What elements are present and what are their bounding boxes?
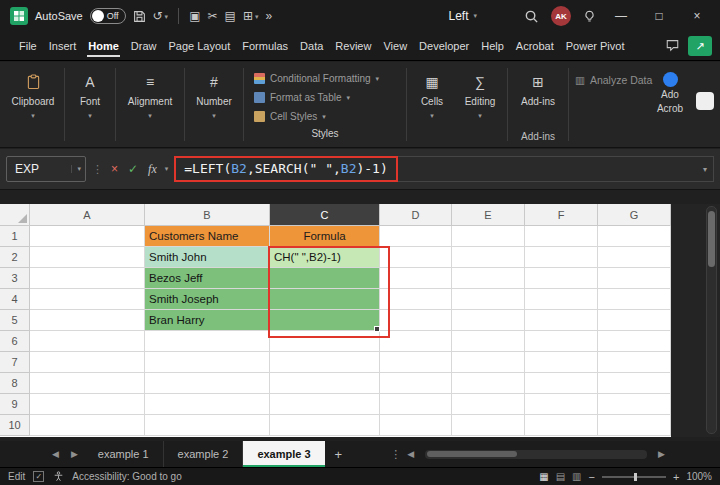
- column-header-d[interactable]: D: [380, 204, 452, 226]
- cell-B7[interactable]: [145, 352, 270, 373]
- cell-E10[interactable]: [452, 415, 525, 436]
- lightbulb-icon[interactable]: [583, 10, 596, 23]
- zoom-slider[interactable]: [602, 476, 666, 478]
- cell-G5[interactable]: [598, 310, 671, 331]
- new-sheet-button[interactable]: +: [325, 447, 353, 462]
- font-group-button[interactable]: A Font ▾: [67, 64, 113, 145]
- zoom-out-button[interactable]: −: [589, 471, 595, 483]
- cell-G6[interactable]: [598, 331, 671, 352]
- cell-D10[interactable]: [380, 415, 452, 436]
- row-header-4[interactable]: 4: [0, 289, 30, 310]
- cell-F9[interactable]: [525, 394, 598, 415]
- close-button[interactable]: ×: [684, 9, 710, 23]
- horizontal-scrollbar[interactable]: [425, 450, 647, 459]
- column-header-g[interactable]: G: [598, 204, 671, 226]
- cell-D5[interactable]: [380, 310, 452, 331]
- cell-F10[interactable]: [525, 415, 598, 436]
- accessibility-status[interactable]: Accessibility: Good to go: [72, 471, 182, 482]
- cell-C10[interactable]: [270, 415, 380, 436]
- hscroll-left-icon[interactable]: ◀: [401, 449, 420, 459]
- tab-options-icon[interactable]: ⋮: [390, 448, 401, 461]
- clipboard-group-button[interactable]: Clipboard ▾: [4, 64, 62, 145]
- cell-G3[interactable]: [598, 268, 671, 289]
- formula-input[interactable]: =LEFT(B2,SEARCH(" ",B2)-1) ▾: [174, 156, 714, 182]
- cells-group-button[interactable]: ▦ Cells ▾: [409, 64, 455, 145]
- column-header-e[interactable]: E: [452, 204, 525, 226]
- cell-D3[interactable]: [380, 268, 452, 289]
- sheet-tab-example-2[interactable]: example 2: [164, 441, 244, 467]
- menu-acrobat[interactable]: Acrobat: [515, 34, 555, 58]
- cell-A9[interactable]: [30, 394, 145, 415]
- cell-A6[interactable]: [30, 331, 145, 352]
- cell-B2[interactable]: Smith John: [145, 247, 270, 268]
- partial-ribbon-button[interactable]: [696, 92, 714, 110]
- copy-icon[interactable]: ▣: [189, 10, 200, 22]
- row-header-10[interactable]: 10: [0, 415, 30, 436]
- row-header-6[interactable]: 6: [0, 331, 30, 352]
- file-title[interactable]: Left▾: [448, 9, 477, 23]
- cell-F1[interactable]: [525, 226, 598, 247]
- cell-G9[interactable]: [598, 394, 671, 415]
- menu-page-layout[interactable]: Page Layout: [167, 34, 231, 58]
- row-header-5[interactable]: 5: [0, 310, 30, 331]
- search-icon[interactable]: [524, 9, 539, 24]
- row-header-2[interactable]: 2: [0, 247, 30, 268]
- cell-C7[interactable]: [270, 352, 380, 373]
- horizontal-scrollbar-thumb[interactable]: [427, 451, 517, 457]
- cell-E9[interactable]: [452, 394, 525, 415]
- cell-F3[interactable]: [525, 268, 598, 289]
- zoom-in-button[interactable]: +: [673, 471, 679, 483]
- row-header-8[interactable]: 8: [0, 373, 30, 394]
- cell-C1[interactable]: Formula: [270, 226, 380, 247]
- cell-C3[interactable]: [270, 268, 380, 289]
- borders-icon[interactable]: ⊞▾: [243, 10, 259, 22]
- name-box[interactable]: EXP ▾: [6, 156, 86, 182]
- cell-E8[interactable]: [452, 373, 525, 394]
- cell-F4[interactable]: [525, 289, 598, 310]
- hscroll-right-icon[interactable]: ▶: [652, 449, 671, 459]
- maximize-button[interactable]: □: [646, 9, 672, 23]
- cell-C4[interactable]: [270, 289, 380, 310]
- vertical-scrollbar[interactable]: [706, 206, 717, 434]
- menu-developer[interactable]: Developer: [418, 34, 470, 58]
- cell-C5[interactable]: [270, 310, 380, 331]
- menu-file[interactable]: File: [18, 34, 38, 58]
- cell-E4[interactable]: [452, 289, 525, 310]
- row-header-1[interactable]: 1: [0, 226, 30, 247]
- cell-E5[interactable]: [452, 310, 525, 331]
- cell-D6[interactable]: [380, 331, 452, 352]
- cell-B6[interactable]: [145, 331, 270, 352]
- more-commands-icon[interactable]: »: [265, 10, 272, 22]
- cell-B5[interactable]: Bran Harry: [145, 310, 270, 331]
- vertical-scrollbar-thumb[interactable]: [708, 211, 715, 267]
- menu-data[interactable]: Data: [299, 34, 324, 58]
- conditional-formatting-button[interactable]: Conditional Formatting ▾: [248, 69, 402, 88]
- analyze-data-button[interactable]: ▥ Analyze Data: [575, 74, 652, 86]
- cell-G10[interactable]: [598, 415, 671, 436]
- sheet-tab-example-3[interactable]: example 3: [243, 441, 324, 467]
- cell-A7[interactable]: [30, 352, 145, 373]
- page-layout-view-icon[interactable]: ▤: [556, 471, 565, 482]
- editing-group-button[interactable]: ∑ Editing ▾: [455, 64, 505, 145]
- cell-D9[interactable]: [380, 394, 452, 415]
- cell-F2[interactable]: [525, 247, 598, 268]
- menu-home[interactable]: Home: [87, 34, 120, 58]
- cell-C6[interactable]: [270, 331, 380, 352]
- spelling-check-icon[interactable]: ✓: [33, 471, 44, 482]
- accessibility-icon[interactable]: [52, 471, 64, 483]
- sheet-tab-example-1[interactable]: example 1: [84, 441, 164, 467]
- column-header-a[interactable]: A: [30, 204, 145, 226]
- cell-B9[interactable]: [145, 394, 270, 415]
- cut-icon[interactable]: ✂: [207, 10, 217, 22]
- row-header-7[interactable]: 7: [0, 352, 30, 373]
- menu-help[interactable]: Help: [480, 34, 505, 58]
- normal-view-icon[interactable]: ▦: [539, 471, 548, 482]
- cell-D2[interactable]: [380, 247, 452, 268]
- cell-G4[interactable]: [598, 289, 671, 310]
- cell-G2[interactable]: [598, 247, 671, 268]
- cell-F5[interactable]: [525, 310, 598, 331]
- enter-button[interactable]: ✓: [126, 162, 140, 176]
- cell-B8[interactable]: [145, 373, 270, 394]
- cell-D8[interactable]: [380, 373, 452, 394]
- tab-scroll-right-icon[interactable]: ▶: [65, 449, 84, 459]
